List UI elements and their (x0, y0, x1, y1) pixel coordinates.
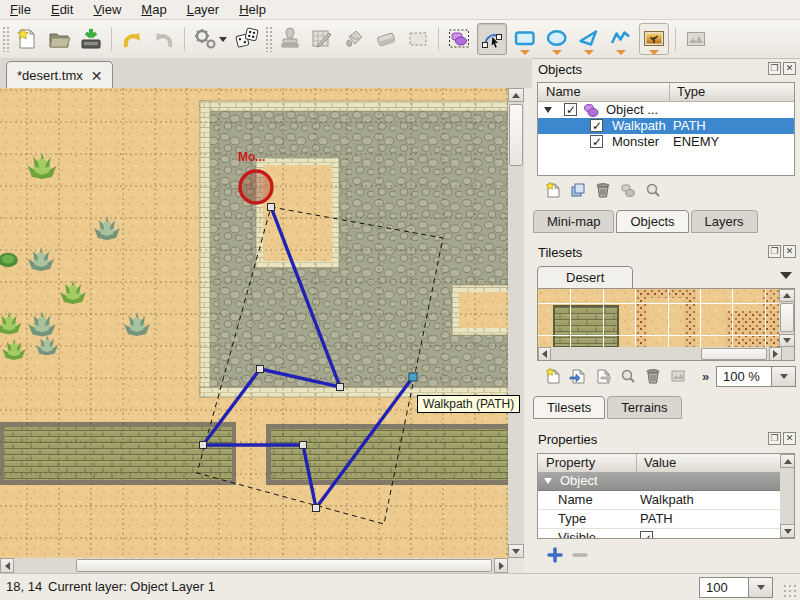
scroll-up-button[interactable] (508, 88, 524, 102)
close-dock-icon[interactable]: ✕ (783, 245, 796, 258)
visibility-checkbox[interactable] (590, 135, 603, 148)
insert-image-button[interactable] (682, 24, 710, 54)
menu-view[interactable]: View (83, 0, 131, 19)
scroll-down-button[interactable] (508, 544, 524, 558)
menu-help[interactable]: Help (229, 0, 276, 19)
insert-tile-button[interactable] (639, 23, 669, 55)
scroll-right-button[interactable] (494, 558, 508, 573)
expander-icon[interactable] (544, 478, 552, 484)
new-object-button[interactable] (542, 180, 563, 200)
export-tileset-button[interactable] (592, 366, 613, 386)
toolbar-drag-handle[interactable] (2, 26, 9, 52)
column-type[interactable]: Type (673, 83, 705, 100)
vertex-handle[interactable] (257, 366, 264, 373)
resize-grip[interactable] (783, 584, 798, 599)
float-dock-icon[interactable]: ❐ (768, 245, 781, 258)
tab-desert-tmx[interactable]: *desert.tmx ✕ (6, 61, 113, 89)
stamp-brush-button[interactable] (276, 24, 304, 54)
objects-tree[interactable]: Name Type Object ...WalkpathPATHMonsterE… (537, 82, 795, 176)
canvas-vscrollbar[interactable] (508, 88, 524, 558)
tileset-view[interactable] (537, 288, 795, 361)
vertex-handle[interactable] (300, 442, 307, 449)
tileset-vscrollbar[interactable] (779, 289, 795, 347)
insert-rectangle-button[interactable] (511, 24, 539, 54)
random-mode-button[interactable] (233, 24, 261, 54)
tileset-properties-button[interactable] (617, 366, 638, 386)
close-dock-icon[interactable]: ✕ (783, 432, 796, 445)
close-dock-icon[interactable]: ✕ (783, 62, 796, 75)
open-map-button[interactable] (45, 24, 73, 54)
toolbar-overflow-chevron[interactable]: » (702, 369, 709, 384)
tileset-image[interactable] (538, 289, 779, 347)
hscroll-thumb[interactable] (76, 559, 492, 572)
object-properties-button[interactable] (642, 180, 663, 200)
canvas-hscrollbar[interactable] (0, 558, 508, 573)
object-row-object[interactable]: Object ... (538, 102, 794, 118)
remove-property-button[interactable] (569, 545, 590, 565)
property-row-name[interactable]: NameWalkpath (538, 491, 780, 510)
edit-objects-button[interactable] (617, 180, 638, 200)
property-value[interactable]: PATH (640, 510, 673, 528)
menu-edit[interactable]: Edit (41, 0, 83, 19)
column-name[interactable]: Name (542, 83, 581, 100)
dock-tab-tilesets[interactable]: Tilesets (533, 396, 605, 419)
tileset-hscrollbar[interactable] (538, 347, 795, 361)
column-value[interactable]: Value (640, 454, 676, 471)
menu-layer[interactable]: Layer (177, 0, 230, 19)
vertex-handle[interactable] (313, 505, 320, 512)
undo-button[interactable] (118, 24, 146, 54)
save-map-button[interactable] (77, 24, 105, 54)
zoom-combo[interactable]: 100 % (699, 577, 773, 598)
vertex-handle[interactable] (337, 384, 344, 391)
value-checkbox[interactable] (640, 531, 653, 539)
combo-dropdown-icon[interactable] (772, 366, 796, 387)
new-map-button[interactable] (13, 24, 41, 54)
bucket-fill-button[interactable] (340, 24, 368, 54)
properties-header[interactable]: Property Value (538, 454, 794, 473)
objects-tree-header[interactable]: Name Type (538, 83, 794, 102)
edit-polygons-button[interactable] (477, 23, 507, 55)
float-dock-icon[interactable]: ❐ (768, 62, 781, 75)
visibility-checkbox[interactable] (564, 103, 577, 116)
property-row-object[interactable]: Object (538, 472, 780, 491)
dock-tab-objects[interactable]: Objects (616, 210, 688, 233)
tileset-zoom-combo[interactable]: 100 % (716, 366, 796, 387)
terrain-brush-button[interactable] (308, 24, 336, 54)
eraser-button[interactable] (372, 24, 400, 54)
edit-terrain-button[interactable] (667, 366, 688, 386)
map-canvas[interactable]: Mo... (0, 88, 508, 558)
dock-tab-layers[interactable]: Layers (691, 210, 758, 233)
insert-polygon-button[interactable] (575, 24, 603, 54)
tileset-tab-desert[interactable]: Desert (537, 266, 633, 290)
insert-polyline-button[interactable] (607, 24, 635, 54)
run-command-button[interactable] (191, 24, 229, 54)
visibility-checkbox[interactable] (590, 119, 603, 132)
import-tileset-button[interactable] (567, 366, 588, 386)
menu-file[interactable]: File (0, 0, 41, 19)
tileset-zoom-value[interactable]: 100 % (716, 366, 772, 387)
property-row-visible[interactable]: Visible (538, 529, 780, 539)
vertex-handle-active[interactable] (409, 373, 417, 381)
float-dock-icon[interactable]: ❐ (768, 432, 781, 445)
rect-select-button[interactable] (404, 24, 432, 54)
monster-object[interactable] (240, 171, 272, 203)
delete-tileset-button[interactable] (642, 366, 663, 386)
column-property[interactable]: Property (542, 454, 595, 471)
combo-dropdown-icon[interactable] (749, 577, 773, 598)
toolbar-drag-handle[interactable] (265, 26, 272, 52)
new-tileset-button[interactable] (542, 366, 563, 386)
add-property-button[interactable] (544, 545, 565, 565)
select-objects-button[interactable] (445, 24, 473, 54)
object-row-walkpath[interactable]: WalkpathPATH (538, 118, 794, 134)
menu-map[interactable]: Map (131, 0, 176, 19)
duplicate-object-button[interactable] (567, 180, 588, 200)
scroll-left-button[interactable] (0, 558, 14, 573)
expander-icon[interactable] (544, 107, 552, 113)
dock-tab-terrains[interactable]: Terrains (607, 396, 681, 419)
vertex-handle[interactable] (268, 204, 275, 211)
object-row-monster[interactable]: MonsterENEMY (538, 134, 794, 150)
property-row-type[interactable]: TypePATH (538, 510, 780, 529)
vscroll-thumb[interactable] (509, 104, 523, 166)
property-value[interactable]: Walkpath (640, 491, 694, 509)
zoom-value[interactable]: 100 % (699, 577, 749, 598)
